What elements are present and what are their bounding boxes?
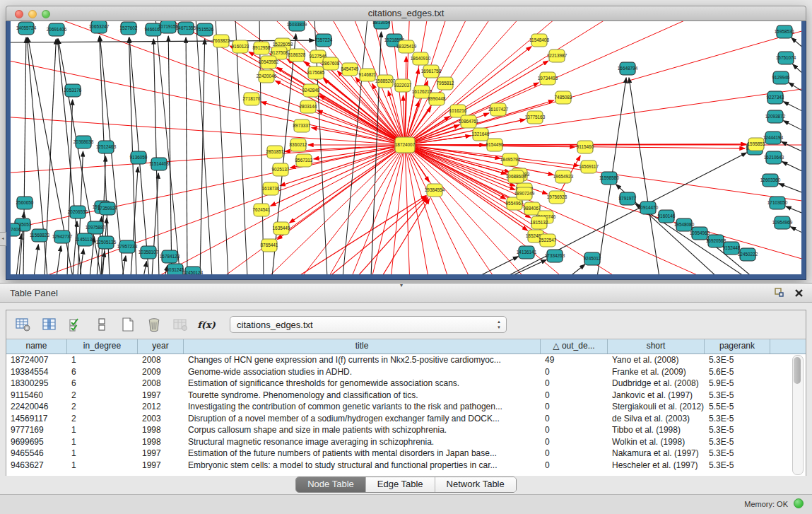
graph-node[interactable]: 7357224 [315, 34, 333, 47]
graph-node[interactable]: 1321646 [472, 128, 490, 141]
graph-node[interactable]: 10914470 [638, 201, 659, 214]
close-panel-icon[interactable] [794, 288, 804, 300]
column-header-year[interactable]: year [138, 339, 184, 354]
graph-node[interactable]: 12603360 [760, 174, 781, 187]
graph-node[interactable]: 9242848 [302, 84, 320, 97]
graph-node[interactable]: 14136141 [517, 246, 537, 259]
graph-node[interactable]: 17359924 [98, 202, 118, 215]
graph-node[interactable]: 22420046 [257, 70, 277, 83]
graph-node[interactable]: 9917406 [11, 223, 21, 236]
divider-grip-icon[interactable]: ▾ [400, 282, 403, 288]
close-window-icon[interactable] [15, 10, 23, 18]
graph-node[interactable]: 19756928 [547, 191, 567, 204]
tab-network-table[interactable]: Network Table [435, 477, 516, 492]
graph-node[interactable]: 19654923 [553, 170, 574, 183]
graph-node[interactable]: 17103650 [767, 197, 788, 209]
graph-node[interactable]: 8990448 [428, 93, 446, 105]
graph-node[interactable]: 2560650 [16, 197, 34, 209]
graph-node[interactable]: 2522547 [539, 234, 557, 247]
graph-node[interactable]: 16648794 [618, 62, 638, 75]
graph-node[interactable]: 9160146 [658, 210, 676, 223]
graph-node[interactable]: 9136059 [130, 151, 148, 164]
column-header-in_degree[interactable]: in_degree [67, 339, 138, 354]
graph-node[interactable]: 1815132 [531, 216, 548, 229]
graph-node[interactable]: 7955812 [437, 77, 454, 90]
graph-node[interactable]: 18495794 [500, 153, 521, 166]
graph-node[interactable]: 2718170 [243, 93, 261, 105]
column-header-short[interactable]: short [608, 339, 705, 354]
graph-node[interactable]: 9031245 [167, 264, 184, 274]
table-mode-icon[interactable] [15, 316, 32, 333]
row-height-icon[interactable] [93, 316, 110, 333]
graph-node[interactable]: 8186328 [288, 49, 306, 62]
graph-node[interactable]: 12450124 [183, 267, 204, 274]
graph-node[interactable]: 1527602 [120, 22, 138, 35]
tab-edge-table[interactable]: Edge Table [366, 477, 435, 492]
graph-node[interactable]: 20206535 [68, 206, 88, 218]
graph-node[interactable]: 12505135 [96, 236, 117, 249]
graph-node[interactable]: 9115460 [577, 141, 594, 153]
column-visibility-icon[interactable] [41, 316, 58, 333]
table-row[interactable]: 1938455462009Genome-wide association stu… [6, 366, 806, 378]
graph-node[interactable]: 8973337 [293, 119, 311, 132]
graph-node[interactable]: 12213987 [547, 49, 567, 62]
new-column-icon[interactable] [119, 316, 136, 333]
graph-node[interactable]: 10975887 [86, 221, 106, 234]
graph-node[interactable]: 9322037 [394, 79, 412, 92]
graph-node[interactable]: 10688609 [506, 170, 526, 183]
graph-node[interactable]: 1618736 [262, 182, 280, 195]
graph-node[interactable]: 20691406 [47, 23, 67, 36]
graph-node[interactable]: 15885207 [375, 75, 396, 88]
column-header-pagerank[interactable]: pagerank [705, 339, 770, 354]
table-row[interactable]: 2242004622012Investigating the contribut… [6, 401, 806, 413]
graph-node[interactable]: 19548080 [674, 218, 695, 231]
graph-node[interactable]: 13775163 [525, 111, 546, 124]
graph-node[interactable]: 9160123 [232, 40, 249, 53]
tab-node-table[interactable]: Node Table [296, 477, 366, 492]
graph-node[interactable]: 7485083 [555, 91, 572, 104]
graph-node[interactable]: 12942737 [52, 230, 73, 243]
column-header-name[interactable]: name [6, 339, 67, 354]
graph-node[interactable]: 2803144 [300, 100, 317, 113]
graph-node[interactable]: 2053176 [64, 84, 82, 97]
table-row[interactable]: 977716911998Corpus callosum shape and si… [6, 424, 806, 436]
table-row[interactable]: 946362711997Embryonic stem cells: a mode… [6, 460, 806, 472]
side-panel-collapse-handle[interactable]: ◂ [0, 232, 6, 246]
graph-node[interactable]: 8567313 [295, 154, 313, 167]
float-window-icon[interactable] [774, 287, 784, 300]
graph-node[interactable]: 11514408 [149, 158, 169, 170]
graph-node[interactable]: 16961758 [421, 65, 442, 78]
graph-node[interactable]: 10954969 [772, 216, 793, 229]
graph-node[interactable]: 1595853 [748, 138, 765, 151]
graph-node[interactable]: 16210643 [764, 151, 784, 164]
graph-node[interactable]: 19384554 [425, 184, 445, 197]
graph-node[interactable]: 9146821 [359, 69, 377, 81]
graph-node[interactable]: 9227343 [767, 91, 784, 104]
graph-node[interactable]: 15958531 [775, 25, 795, 38]
graph-node[interactable]: 2867608 [322, 57, 340, 70]
graph-node[interactable]: 8454749 [341, 63, 359, 76]
graph-node[interactable]: 14055724 [16, 22, 37, 35]
table-row[interactable]: 1830029562008Estimation of significance … [6, 378, 806, 390]
column-header-title[interactable]: title [184, 339, 541, 354]
table-row[interactable]: 969969511998Structural magnetic resonanc… [6, 436, 806, 448]
graph-node[interactable]: 19734493 [538, 72, 558, 85]
graph-node[interactable]: 14569117 [579, 160, 599, 173]
delete-columns-icon[interactable] [146, 316, 163, 333]
graph-node[interactable]: 9154490 [486, 139, 504, 151]
graph-node[interactable]: 9129946 [772, 71, 790, 84]
graph-node[interactable]: 3175685 [307, 66, 325, 79]
table-scrollbar[interactable] [792, 355, 804, 475]
table-selector-dropdown[interactable]: citations_edges.txt ▲▼ [230, 316, 507, 333]
graph-node[interactable]: 12450222 [738, 248, 758, 261]
zoom-window-icon[interactable] [42, 10, 50, 18]
graph-node[interactable]: 8360212 [290, 139, 307, 151]
graph-node[interactable]: 8765441 [261, 239, 278, 252]
graph-node[interactable]: 7515526 [196, 23, 214, 36]
graph-node[interactable]: 12093872 [765, 110, 786, 123]
graph-node[interactable]: 10864761 [459, 115, 479, 128]
graph-node[interactable]: 1635449 [273, 222, 290, 235]
graph-node[interactable]: 14671355 [176, 22, 196, 35]
graph-node[interactable]: 10543982 [259, 56, 279, 69]
graph-node[interactable]: 20368638 [73, 136, 94, 148]
